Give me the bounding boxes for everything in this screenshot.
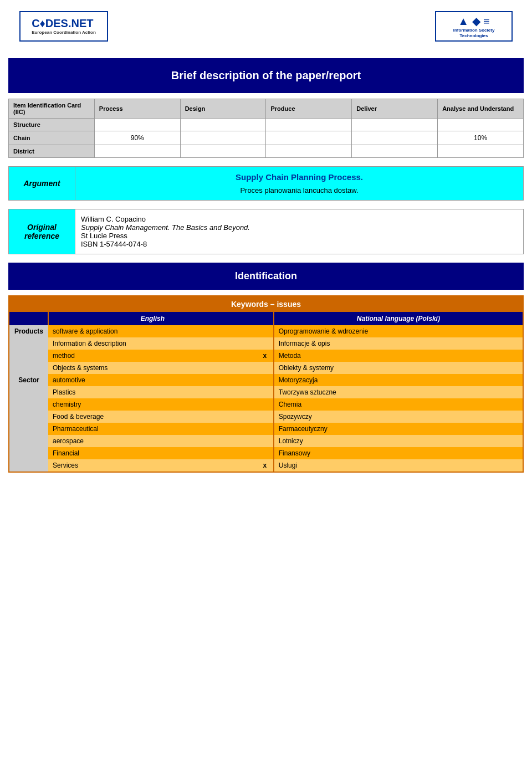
keywords-section: Keywords – issues English National langu…	[8, 295, 524, 473]
keywords-english-cell: Financial	[48, 447, 257, 459]
original-reference-table: Original reference William C. Copacino S…	[8, 209, 524, 254]
keywords-marker-cell	[257, 325, 273, 337]
iic-structure-understand	[438, 119, 524, 131]
logo-right-text1: Information Society	[453, 28, 495, 33]
keywords-group-empty	[9, 435, 48, 447]
keywords-col-rowlabel	[9, 312, 48, 325]
keywords-english-cell: chemistry	[48, 398, 257, 411]
logo-left: C♦DES.NET European Coordination Action	[19, 11, 108, 42]
keywords-english-cell: Food & beverage	[48, 411, 257, 423]
keywords-marker-cell	[257, 374, 273, 386]
keywords-english-cell: automotive	[48, 374, 257, 386]
keywords-national-cell: Metoda	[274, 350, 523, 362]
keywords-english-cell: Pharmaceutical	[48, 423, 257, 435]
identification-title: Identification	[8, 263, 524, 290]
keywords-group-empty	[9, 337, 48, 350]
logo-right: ▲ ◆ ≡ Information Society Technologies	[435, 11, 513, 42]
iic-col-deliver: Deliver	[352, 99, 438, 119]
logo-right-icons: ▲ ◆ ≡	[453, 14, 495, 28]
keywords-marker-cell: x	[257, 350, 273, 362]
iic-district-design	[94, 145, 180, 158]
keywords-national-cell: Lotniczy	[274, 435, 523, 447]
argument-content: Supply Chain Planning Process. Proces pl…	[75, 167, 524, 201]
iic-structure-analyse	[352, 119, 438, 131]
keywords-english-cell: Information & description	[48, 337, 257, 350]
original-reference-content: William C. Copacino Supply Chain Managem…	[75, 209, 524, 254]
iic-chain-design: 90%	[94, 131, 180, 145]
keywords-group-label: Sector	[9, 374, 48, 386]
keywords-english-cell: Objects & systems	[48, 362, 257, 374]
orig-ref-book-title: Supply Chain Management. The Basics and …	[81, 223, 518, 232]
logo-left-subtitle: European Coordination Action	[32, 30, 96, 35]
keywords-marker-cell	[257, 398, 273, 411]
keywords-national-cell: Oprogramowanie & wdrozenie	[274, 325, 523, 337]
original-reference-label: Original reference	[9, 209, 75, 254]
keywords-table: English National language (Polski) Produ…	[9, 312, 523, 472]
iic-district-deliver	[266, 145, 352, 158]
iic-title-cell: Item Identification Card (IIC)	[9, 99, 95, 119]
argument-table: Argument Supply Chain Planning Process. …	[8, 166, 524, 201]
keywords-marker-cell	[257, 362, 273, 374]
keywords-marker-cell	[257, 423, 273, 435]
keywords-national-cell: Farmaceutyczny	[274, 423, 523, 435]
keywords-col-marker	[257, 312, 273, 325]
keywords-national-cell: Tworzywa sztuczne	[274, 386, 523, 398]
keywords-national-cell: Chemia	[274, 398, 523, 411]
orig-ref-isbn: ISBN 1-57444-074-8	[81, 240, 518, 248]
keywords-english-cell: Plastics	[48, 386, 257, 398]
keywords-group-empty	[9, 423, 48, 435]
orig-ref-author: William C. Copacino	[81, 215, 518, 223]
keywords-title: Keywords – issues	[9, 296, 523, 312]
keywords-national-cell: Informacje & opis	[274, 337, 523, 350]
keywords-col-national: National language (Polski)	[274, 312, 523, 325]
logo-left-name: C♦DES.NET	[32, 17, 96, 30]
iic-structure-produce	[180, 119, 266, 131]
logo-right-text2: Technologies	[453, 33, 495, 39]
iic-row-district: District	[9, 145, 95, 158]
iic-chain-produce	[180, 131, 266, 145]
iic-col-design: Design	[180, 99, 266, 119]
keywords-national-cell: Uslugi	[274, 459, 523, 472]
keywords-national-cell: Finansowy	[274, 447, 523, 459]
keywords-group-label: Products	[9, 325, 48, 337]
keywords-group-empty	[9, 386, 48, 398]
iic-structure-design	[94, 119, 180, 131]
keywords-marker-cell: x	[257, 459, 273, 472]
keywords-english-cell: Services	[48, 459, 257, 472]
argument-line2: Proces planowania lancucha dostaw.	[81, 186, 518, 194]
keywords-col-english: English	[48, 312, 257, 325]
keywords-marker-cell	[257, 435, 273, 447]
keywords-national-cell: Motoryzacyja	[274, 374, 523, 386]
iic-district-understand	[438, 145, 524, 158]
keywords-marker-cell	[257, 337, 273, 350]
keywords-group-empty	[9, 447, 48, 459]
keywords-group-empty	[9, 398, 48, 411]
keywords-group-empty	[9, 362, 48, 374]
iic-district-analyse	[352, 145, 438, 158]
keywords-marker-cell	[257, 411, 273, 423]
iic-district-produce	[180, 145, 266, 158]
iic-col-analyse: Analyse and Understand	[438, 99, 524, 119]
keywords-english-cell: method	[48, 350, 257, 362]
iic-table: Item Identification Card (IIC) Process D…	[8, 99, 524, 158]
iic-col-process: Process	[94, 99, 180, 119]
keywords-marker-cell	[257, 447, 273, 459]
keywords-group-empty	[9, 350, 48, 362]
main-title: Brief description of the paper/report	[8, 58, 524, 93]
argument-line1: Supply Chain Planning Process.	[81, 172, 518, 182]
keywords-english-cell: software & application	[48, 325, 257, 337]
keywords-group-empty	[9, 411, 48, 423]
argument-label: Argument	[9, 167, 75, 201]
orig-ref-publisher: St Lucie Press	[81, 232, 518, 240]
keywords-national-cell: Spozywczy	[274, 411, 523, 423]
keywords-marker-cell	[257, 386, 273, 398]
iic-row-structure: Structure	[9, 119, 95, 131]
iic-chain-understand: 10%	[438, 131, 524, 145]
iic-chain-deliver	[266, 131, 352, 145]
header: C♦DES.NET European Coordination Action ▲…	[8, 6, 524, 53]
iic-structure-deliver	[266, 119, 352, 131]
keywords-english-cell: aerospace	[48, 435, 257, 447]
keywords-group-empty	[9, 459, 48, 472]
iic-row-chain: Chain	[9, 131, 95, 145]
iic-chain-analyse	[352, 131, 438, 145]
